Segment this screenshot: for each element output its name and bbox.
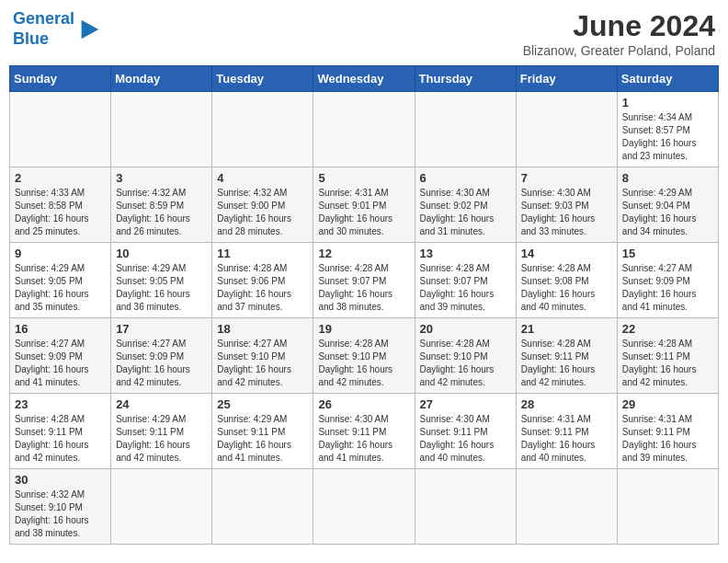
calendar-cell: 23Sunrise: 4:28 AM Sunset: 9:11 PM Dayli… <box>10 394 111 469</box>
day-info: Sunrise: 4:28 AM Sunset: 9:08 PM Dayligh… <box>521 262 612 314</box>
day-info: Sunrise: 4:28 AM Sunset: 9:07 PM Dayligh… <box>420 262 511 314</box>
day-info: Sunrise: 4:33 AM Sunset: 8:58 PM Dayligh… <box>15 187 106 238</box>
day-info: Sunrise: 4:32 AM Sunset: 9:10 PM Dayligh… <box>15 488 106 540</box>
calendar-cell <box>415 469 516 545</box>
calendar-cell: 25Sunrise: 4:29 AM Sunset: 9:11 PM Dayli… <box>212 394 313 469</box>
day-info: Sunrise: 4:34 AM Sunset: 8:57 PM Dayligh… <box>622 111 713 163</box>
day-info: Sunrise: 4:27 AM Sunset: 9:09 PM Dayligh… <box>116 338 207 389</box>
day-info: Sunrise: 4:28 AM Sunset: 9:10 PM Dayligh… <box>318 338 409 389</box>
calendar-cell: 15Sunrise: 4:27 AM Sunset: 9:09 PM Dayli… <box>617 243 718 318</box>
day-info: Sunrise: 4:28 AM Sunset: 9:06 PM Dayligh… <box>217 262 308 314</box>
weekday-tuesday: Tuesday <box>212 66 313 92</box>
day-info: Sunrise: 4:27 AM Sunset: 9:10 PM Dayligh… <box>217 338 308 389</box>
day-info: Sunrise: 4:32 AM Sunset: 9:00 PM Dayligh… <box>217 187 308 238</box>
day-number: 20 <box>420 322 511 336</box>
day-number: 16 <box>15 322 106 336</box>
calendar-cell: 8Sunrise: 4:29 AM Sunset: 9:04 PM Daylig… <box>617 167 718 243</box>
calendar-cell: 12Sunrise: 4:28 AM Sunset: 9:07 PM Dayli… <box>313 243 415 318</box>
svg-marker-0 <box>82 19 99 39</box>
day-number: 25 <box>217 397 308 411</box>
calendar-row: 9Sunrise: 4:29 AM Sunset: 9:05 PM Daylig… <box>10 243 719 318</box>
weekday-saturday: Saturday <box>617 66 718 92</box>
day-number: 8 <box>622 171 713 185</box>
day-info: Sunrise: 4:29 AM Sunset: 9:11 PM Dayligh… <box>217 413 308 465</box>
month-title: June 2024 <box>523 9 715 43</box>
calendar-cell: 7Sunrise: 4:30 AM Sunset: 9:03 PM Daylig… <box>516 167 617 243</box>
day-number: 29 <box>622 397 713 411</box>
day-info: Sunrise: 4:27 AM Sunset: 9:09 PM Dayligh… <box>15 338 106 389</box>
day-number: 11 <box>217 247 308 260</box>
calendar-row: 2Sunrise: 4:33 AM Sunset: 8:58 PM Daylig… <box>10 167 719 243</box>
calendar-cell: 10Sunrise: 4:29 AM Sunset: 9:05 PM Dayli… <box>111 243 212 318</box>
calendar-cell: 20Sunrise: 4:28 AM Sunset: 9:10 PM Dayli… <box>415 318 516 394</box>
calendar-cell: 2Sunrise: 4:33 AM Sunset: 8:58 PM Daylig… <box>10 167 111 243</box>
calendar-cell: 28Sunrise: 4:31 AM Sunset: 9:11 PM Dayli… <box>516 394 617 469</box>
day-info: Sunrise: 4:30 AM Sunset: 9:11 PM Dayligh… <box>318 413 409 465</box>
weekday-friday: Friday <box>516 66 617 92</box>
day-info: Sunrise: 4:28 AM Sunset: 9:10 PM Dayligh… <box>420 338 511 389</box>
day-info: Sunrise: 4:28 AM Sunset: 9:11 PM Dayligh… <box>15 413 106 465</box>
day-info: Sunrise: 4:27 AM Sunset: 9:09 PM Dayligh… <box>622 262 713 314</box>
day-number: 21 <box>521 322 612 336</box>
day-number: 12 <box>318 247 409 260</box>
calendar-cell: 22Sunrise: 4:28 AM Sunset: 9:11 PM Dayli… <box>617 318 718 394</box>
calendar-cell <box>313 92 415 167</box>
day-number: 19 <box>318 322 409 336</box>
day-number: 1 <box>622 96 713 109</box>
day-number: 7 <box>521 171 612 185</box>
calendar-row: 30Sunrise: 4:32 AM Sunset: 9:10 PM Dayli… <box>10 469 719 545</box>
day-number: 22 <box>622 322 713 336</box>
calendar-cell <box>313 469 415 545</box>
day-number: 15 <box>622 247 713 260</box>
day-number: 23 <box>15 397 106 411</box>
calendar-cell: 30Sunrise: 4:32 AM Sunset: 9:10 PM Dayli… <box>10 469 111 545</box>
calendar-cell: 29Sunrise: 4:31 AM Sunset: 9:11 PM Dayli… <box>617 394 718 469</box>
calendar-cell <box>111 92 212 167</box>
day-number: 28 <box>521 397 612 411</box>
day-number: 27 <box>420 397 511 411</box>
logo-icon <box>76 17 102 42</box>
calendar-cell: 19Sunrise: 4:28 AM Sunset: 9:10 PM Dayli… <box>313 318 415 394</box>
day-info: Sunrise: 4:31 AM Sunset: 9:11 PM Dayligh… <box>622 413 713 465</box>
calendar-cell <box>516 92 617 167</box>
calendar-cell: 27Sunrise: 4:30 AM Sunset: 9:11 PM Dayli… <box>415 394 516 469</box>
calendar-cell: 26Sunrise: 4:30 AM Sunset: 9:11 PM Dayli… <box>313 394 415 469</box>
calendar-row: 1Sunrise: 4:34 AM Sunset: 8:57 PM Daylig… <box>10 92 719 167</box>
day-number: 6 <box>420 171 511 185</box>
day-number: 18 <box>217 322 308 336</box>
day-info: Sunrise: 4:29 AM Sunset: 9:05 PM Dayligh… <box>116 262 207 314</box>
day-number: 9 <box>15 247 106 260</box>
day-info: Sunrise: 4:31 AM Sunset: 9:01 PM Dayligh… <box>318 187 409 238</box>
day-info: Sunrise: 4:28 AM Sunset: 9:11 PM Dayligh… <box>622 338 713 389</box>
calendar-table: SundayMondayTuesdayWednesdayThursdayFrid… <box>9 65 719 545</box>
calendar-cell: 9Sunrise: 4:29 AM Sunset: 9:05 PM Daylig… <box>10 243 111 318</box>
calendar-cell: 3Sunrise: 4:32 AM Sunset: 8:59 PM Daylig… <box>111 167 212 243</box>
calendar-cell: 18Sunrise: 4:27 AM Sunset: 9:10 PM Dayli… <box>212 318 313 394</box>
location-subtitle: Blizanow, Greater Poland, Poland <box>523 43 715 58</box>
calendar-cell <box>212 92 313 167</box>
weekday-sunday: Sunday <box>10 66 111 92</box>
day-info: Sunrise: 4:28 AM Sunset: 9:11 PM Dayligh… <box>521 338 612 389</box>
calendar-cell <box>516 469 617 545</box>
calendar-row: 23Sunrise: 4:28 AM Sunset: 9:11 PM Dayli… <box>10 394 719 469</box>
day-info: Sunrise: 4:31 AM Sunset: 9:11 PM Dayligh… <box>521 413 612 465</box>
day-info: Sunrise: 4:30 AM Sunset: 9:11 PM Dayligh… <box>420 413 511 465</box>
logo: GeneralBlue <box>13 9 102 49</box>
day-number: 3 <box>116 171 207 185</box>
day-number: 17 <box>116 322 207 336</box>
day-info: Sunrise: 4:29 AM Sunset: 9:05 PM Dayligh… <box>15 262 106 314</box>
weekday-header-row: SundayMondayTuesdayWednesdayThursdayFrid… <box>10 66 719 92</box>
day-number: 14 <box>521 247 612 260</box>
title-block: June 2024 Blizanow, Greater Poland, Pola… <box>523 9 715 58</box>
day-info: Sunrise: 4:29 AM Sunset: 9:11 PM Dayligh… <box>116 413 207 465</box>
calendar-cell: 4Sunrise: 4:32 AM Sunset: 9:00 PM Daylig… <box>212 167 313 243</box>
calendar-cell: 13Sunrise: 4:28 AM Sunset: 9:07 PM Dayli… <box>415 243 516 318</box>
day-number: 2 <box>15 171 106 185</box>
day-info: Sunrise: 4:32 AM Sunset: 8:59 PM Dayligh… <box>116 187 207 238</box>
day-info: Sunrise: 4:29 AM Sunset: 9:04 PM Dayligh… <box>622 187 713 238</box>
calendar-cell <box>415 92 516 167</box>
page-header: GeneralBlue June 2024 Blizanow, Greater … <box>9 9 719 58</box>
day-number: 4 <box>217 171 308 185</box>
weekday-monday: Monday <box>111 66 212 92</box>
calendar-row: 16Sunrise: 4:27 AM Sunset: 9:09 PM Dayli… <box>10 318 719 394</box>
